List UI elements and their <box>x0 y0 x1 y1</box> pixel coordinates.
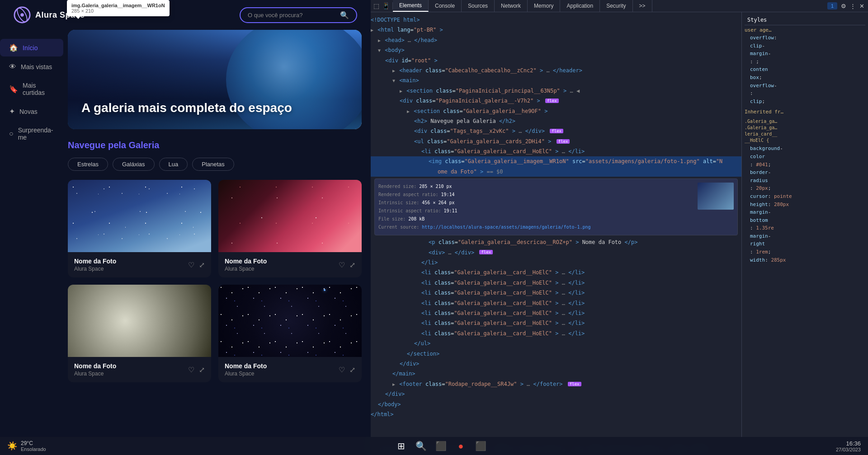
like-icon-1[interactable]: ♡ <box>188 261 194 269</box>
img-info-box: Rendered size: 285 × 210 px Rendered asp… <box>374 178 738 235</box>
bookmark-icon: 🔖 <box>9 85 18 94</box>
dom-line-li-7[interactable]: <li class="Galeria_galeria__card__HoElC"… <box>371 318 741 328</box>
dom-line-li-close[interactable]: </li> <box>371 258 741 267</box>
tab-elements[interactable]: Elements <box>393 0 429 12</box>
tab-console[interactable]: Console <box>429 0 462 12</box>
dom-line-body-open[interactable]: ▼ <body> <box>371 45 741 55</box>
dom-line-ul-close[interactable]: </ul> <box>371 338 741 348</box>
dom-line-main[interactable]: ▼ <main> <box>371 75 741 85</box>
like-icon-4[interactable]: ♡ <box>339 366 345 374</box>
search-taskbar-button[interactable]: 🔍 <box>413 438 429 454</box>
dom-line-main-close[interactable]: </main> <box>371 369 741 379</box>
dom-line-html-close[interactable]: </html> <box>371 409 741 419</box>
dom-line-p[interactable]: <p class="Galeria_galeria__descricao__RO… <box>371 237 741 247</box>
sidebar-item-surpreenda[interactable]: ○ Surpreenda-me <box>0 122 63 145</box>
tab-application[interactable]: Application <box>560 0 600 12</box>
start-button[interactable]: ⊞ <box>393 438 409 454</box>
tab-more[interactable]: >> <box>633 0 652 12</box>
tab-network[interactable]: Network <box>495 0 528 12</box>
dom-line-section-principal[interactable]: ▶ <section class="PaginaInicial_principa… <box>371 86 741 96</box>
search-bar[interactable]: 🔍 <box>240 7 357 23</box>
dom-line-section-galeria[interactable]: ▶ <section class="Galeria_galeria__he9OF… <box>371 106 741 116</box>
tag-lua[interactable]: Lua <box>159 158 188 171</box>
dom-line-ul[interactable]: <ul class="Galeria_galeria__cards_2DHi4"… <box>371 136 741 146</box>
sidebar-item-mais-curtidas[interactable]: 🔖 Mais curtidas <box>0 77 63 101</box>
photo-image-3 <box>68 285 211 357</box>
dom-line-div-galeria[interactable]: <div class="PaginaInicial_galeria__-V7h2… <box>371 96 741 106</box>
dom-line-h2[interactable]: <h2> Navegue pela Galeria </h2> <box>371 116 741 126</box>
card-title-4: Nome da Foto <box>225 362 267 370</box>
photo-card-2[interactable]: Nome da Foto Alura Space ♡ ⤢ <box>218 180 362 277</box>
expand-icon-2[interactable]: ⤢ <box>349 261 355 269</box>
dom-line-li-4[interactable]: <li class="Galeria_galeria__card__HoElC"… <box>371 288 741 298</box>
taskview-button[interactable]: ⬛ <box>433 438 449 454</box>
dom-line-li-1[interactable]: <li class="Galeria_galeria__card__HoElC"… <box>371 146 741 156</box>
like-icon-3[interactable]: ♡ <box>188 366 194 374</box>
tag-planetas[interactable]: Planetas <box>192 158 234 171</box>
dom-line-div-flex[interactable]: <div> … </div> flex <box>371 248 741 258</box>
device-icon[interactable]: 📱 <box>382 2 390 9</box>
dom-line-li-5[interactable]: <li class="Galeria_galeria__card__HoElC"… <box>371 298 741 308</box>
taskbar: ☀️ 29°C Ensolarado ⊞ 🔍 ⬛ ● ⬛ 16:36 27/03… <box>0 437 868 455</box>
photo-card-3[interactable]: Nome da Foto Alura Space ♡ ⤢ <box>68 285 211 382</box>
app2-icon: ⬛ <box>475 441 486 451</box>
sidebar-item-label: Novas <box>19 108 38 115</box>
sidebar-item-inicio[interactable]: 🏠 Início <box>0 39 63 56</box>
weather-desc: Ensolarado <box>21 446 46 452</box>
card-title-1: Nome da Foto <box>74 258 116 265</box>
dom-line-head[interactable]: ▶ <head> … </head> <box>371 35 741 45</box>
settings-icon[interactable]: ⚙ <box>841 3 846 9</box>
card-author-4: Alura Space <box>225 371 267 377</box>
like-icon-2[interactable]: ♡ <box>339 261 345 269</box>
search-input[interactable] <box>248 12 336 19</box>
close-devtools-icon[interactable]: ✕ <box>859 3 864 9</box>
sidebar-item-novas[interactable]: ✦ Novas <box>0 103 63 120</box>
inspect-icon[interactable]: ⬚ <box>373 2 379 9</box>
dom-line-div-root[interactable]: <div id="root" > <box>371 56 741 66</box>
more-icon[interactable]: ⋮ <box>850 3 856 9</box>
browser-button[interactable]: ● <box>453 438 469 454</box>
dom-line-tags-div[interactable]: <div class="Tags_tags__x2vKc" > … </div>… <box>371 126 741 136</box>
tab-memory[interactable]: Memory <box>528 0 560 12</box>
tab-security[interactable]: Security <box>600 0 632 12</box>
expand-icon-3[interactable]: ⤢ <box>199 366 205 374</box>
dom-tree[interactable]: <!DOCTYPE html> ▶ <html lang="pt-BR" > ▶… <box>371 12 741 445</box>
styles-tab[interactable]: Styles <box>747 17 767 23</box>
photo-card-1[interactable]: Nome da Foto Alura Space ♡ ⤢ <box>68 180 211 277</box>
dom-line-li-6[interactable]: <li class="Galeria_galeria__card__HoElC"… <box>371 308 741 318</box>
expand-icon-4[interactable]: ⤢ <box>349 366 355 374</box>
app-header: Alura Space 🔍 <box>0 0 371 30</box>
dom-line-html[interactable]: ▶ <html lang="pt-BR" > <box>371 25 741 35</box>
taskbar-right: 16:36 27/03/2023 <box>836 440 861 452</box>
tag-estrelas[interactable]: Estrelas <box>68 158 108 171</box>
sidebar-item-mais-vistas[interactable]: 👁 Mais vistas <box>0 58 63 75</box>
expand-icon-1[interactable]: ⤢ <box>199 261 205 269</box>
tag-galaxias[interactable]: Galáxias <box>113 158 155 171</box>
app2-button[interactable]: ⬛ <box>472 438 489 454</box>
dom-line-li-8[interactable]: <li class="Galeria_galeria__card__HoElC"… <box>371 328 741 338</box>
dom-line-div-close[interactable]: </div> <box>371 359 741 369</box>
dom-line-div-root-close[interactable]: </div> <box>371 389 741 399</box>
dom-line-footer[interactable]: ▶ <footer class="Rodape_rodape__SR4Jw" >… <box>371 379 741 389</box>
surprise-icon: ○ <box>9 130 14 138</box>
app-body: 🏠 Início 👁 Mais vistas 🔖 Mais curtidas ✦… <box>0 30 371 455</box>
dom-line-img[interactable]: <img class="Galeria_galeria__imagem__WR1… <box>371 156 741 166</box>
sidebar-item-label: Surpreenda-me <box>18 127 54 141</box>
dom-line-img-cont[interactable]: ome da Foto" > == $0 <box>371 167 741 177</box>
dom-line-li-3[interactable]: <li class="Galeria_galeria__card__HoElC"… <box>371 278 741 288</box>
dom-line-li-2[interactable]: <li class="Galeria_galeria__card__HoElC"… <box>371 267 741 277</box>
photo-image-4 <box>218 285 362 357</box>
dom-line-section-close[interactable]: </section> <box>371 349 741 359</box>
date-display: 27/03/2023 <box>836 447 861 452</box>
dom-line-doctype[interactable]: <!DOCTYPE html> <box>371 15 741 25</box>
sidebar-item-label: Início <box>23 44 38 52</box>
new-icon: ✦ <box>9 107 15 116</box>
style-rule-inherited: Inherited fr… <box>745 109 865 115</box>
dom-line-header[interactable]: ▶ <header class="Cabecalho_cabecalho__zC… <box>371 66 741 75</box>
photo-card-4[interactable]: Nome da Foto Alura Space ♡ ⤢ <box>218 285 362 382</box>
taskview-icon: ⬛ <box>435 441 447 451</box>
tab-sources[interactable]: Sources <box>462 0 495 12</box>
dom-line-body-close[interactable]: </body> <box>371 399 741 409</box>
card-author-1: Alura Space <box>74 266 116 272</box>
img-source-link[interactable]: http://localhost/alura-space/assets/imag… <box>422 225 590 230</box>
